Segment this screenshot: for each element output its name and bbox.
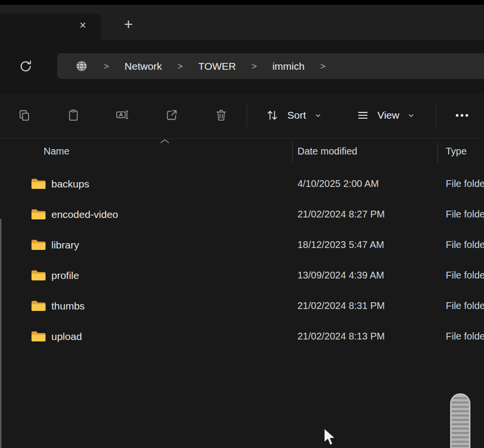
navigation-bar: > Network > TOWER > immich > [0, 40, 484, 92]
file-date-modified: 21/02/2024 8:31 PM [297, 291, 385, 321]
command-bar: Sort View ••• [0, 93, 484, 139]
file-row-upload[interactable]: upload 21/02/2024 8:13 PM File folder [0, 321, 484, 352]
breadcrumb-chevron-icon[interactable]: > [251, 61, 257, 72]
share-button[interactable] [162, 105, 181, 124]
file-name: library [51, 230, 79, 260]
file-type: File folder [446, 230, 484, 260]
breadcrumb-chevron-icon[interactable]: > [177, 61, 183, 72]
trash-icon [215, 108, 228, 122]
folder-icon [31, 299, 46, 311]
file-type: File folder [446, 199, 484, 230]
rename-icon [115, 108, 129, 122]
file-type: File folder [446, 169, 484, 199]
file-type: File folder [446, 260, 484, 291]
breadcrumb-chevron-icon[interactable]: > [320, 61, 326, 72]
copy-icon [18, 108, 31, 122]
file-date-modified: 21/02/2024 8:27 PM [297, 199, 385, 230]
file-list: backups 4/10/2025 2:00 AM File folder en… [0, 169, 484, 352]
folder-icon [31, 238, 46, 250]
file-row-library[interactable]: library 18/12/2023 5:47 AM File folder [0, 230, 484, 260]
breadcrumb-network[interactable]: Network [125, 61, 162, 72]
see-more-button[interactable]: ••• [449, 104, 477, 126]
file-name: thumbs [51, 291, 85, 321]
folder-icon [31, 177, 46, 189]
file-date-modified: 21/02/2024 8:13 PM [297, 321, 385, 352]
file-date-modified: 4/10/2025 2:00 AM [297, 169, 379, 199]
folder-icon [31, 330, 46, 342]
breadcrumb-chevron-icon[interactable]: > [104, 61, 109, 72]
file-name: profile [51, 260, 79, 291]
toolbar-divider [436, 103, 436, 127]
file-type: File folder [446, 321, 484, 352]
new-tab-button[interactable]: + [120, 15, 137, 34]
toolbar-divider [247, 103, 247, 127]
window-top-edge [0, 0, 484, 5]
file-date-modified: 13/09/2024 4:39 AM [297, 260, 384, 291]
file-date-modified: 18/12/2023 5:47 AM [297, 230, 384, 260]
column-header-date-modified[interactable]: Date modified [297, 146, 357, 157]
file-row-encoded-video[interactable]: encoded-video 21/02/2024 8:27 PM File fo… [0, 199, 484, 230]
column-divider[interactable] [437, 142, 438, 163]
view-button[interactable]: View [357, 104, 415, 126]
column-header-type[interactable]: Type [446, 146, 467, 157]
column-divider[interactable] [292, 142, 293, 163]
address-bar[interactable]: > Network > TOWER > immich > [57, 53, 484, 79]
chevron-down-icon [407, 112, 415, 119]
sort-button[interactable]: Sort [265, 104, 322, 126]
share-icon [165, 108, 178, 122]
breadcrumb-immich[interactable]: immich [272, 61, 305, 72]
breadcrumb-tower[interactable]: TOWER [198, 61, 236, 72]
sort-label: Sort [287, 109, 306, 121]
paste-icon [67, 108, 80, 122]
tab-close-button[interactable]: × [75, 18, 91, 32]
column-header-name[interactable]: Name [44, 146, 69, 157]
delete-button[interactable] [212, 105, 230, 124]
view-list-icon [357, 109, 369, 122]
refresh-icon [18, 59, 33, 74]
file-row-backups[interactable]: backups 4/10/2025 2:00 AM File folder [0, 169, 484, 199]
file-name: backups [51, 169, 89, 199]
sort-arrows-icon [265, 108, 279, 122]
folder-icon [31, 269, 46, 281]
paste-button[interactable] [64, 105, 82, 124]
refresh-button[interactable] [17, 58, 34, 75]
file-row-profile[interactable]: profile 13/09/2024 4:39 AM File folder [0, 260, 484, 291]
mouse-cursor-icon [320, 427, 337, 448]
scrollbar-thumb[interactable] [450, 393, 470, 448]
network-globe-icon [75, 60, 88, 73]
file-name: upload [51, 321, 82, 352]
folder-icon [31, 208, 46, 220]
left-pane-scrollbar[interactable] [0, 219, 1, 448]
view-label: View [377, 109, 399, 121]
sort-ascending-chevron-icon [160, 139, 170, 144]
copy-button[interactable] [15, 105, 33, 124]
rename-button[interactable] [113, 105, 131, 124]
file-type: File folder [446, 291, 484, 321]
file-row-thumbs[interactable]: thumbs 21/02/2024 8:31 PM File folder [0, 291, 484, 321]
chevron-down-icon [314, 112, 322, 119]
file-name: encoded-video [51, 199, 118, 230]
